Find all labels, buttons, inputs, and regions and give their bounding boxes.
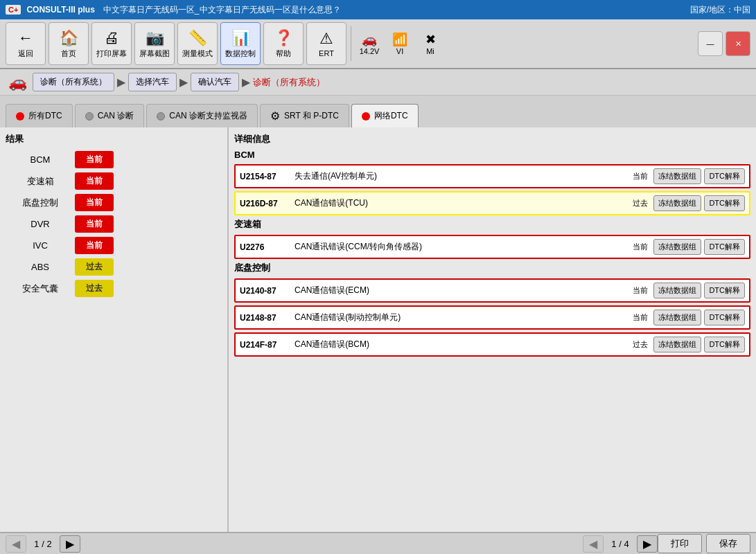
dtc-desc: CAN通信错误(ECM) — [295, 285, 627, 296]
measure-label: 测量模式 — [182, 48, 213, 59]
back-label: 返回 — [18, 48, 33, 59]
detail-section: 底盘控制 U2140-87 CAN通信错误(ECM) 当前 冻结数据组 DTC解… — [234, 262, 750, 357]
result-label: IVC — [6, 240, 75, 251]
result-label: BCM — [6, 154, 75, 165]
result-list: BCM 当前 变速箱 当前 底盘控制 当前 DVR 当前 IVC 当前 ABS … — [6, 151, 222, 297]
data-ctrl-button[interactable]: 📊 数据控制 — [220, 22, 261, 65]
dtc-explain-button[interactable]: DTC解释 — [704, 310, 745, 325]
result-label: 底盘控制 — [6, 197, 75, 209]
breadcrumb-active: 诊断（所有系统） — [253, 76, 325, 89]
right-prev-button[interactable]: ◀ — [583, 535, 604, 553]
close-icon: ✕ — [735, 39, 741, 48]
result-row: DVR 当前 — [6, 215, 222, 233]
result-label: 变速箱 — [6, 175, 75, 188]
detail-row: U2148-87 CAN通信错误(制动控制单元) 当前 冻结数据组 DTC解释 — [234, 305, 750, 330]
ert-icon: ⚠ — [319, 30, 333, 48]
freeze-data-button[interactable]: 冻结数据组 — [653, 310, 701, 325]
tab-can-monitor-dot — [157, 112, 165, 120]
tabs-row: 所有DTC CAN 诊断 CAN 诊断支持监视器 ⚙ SRT 和 P-DTC 网… — [0, 96, 756, 127]
dtc-explain-button[interactable]: DTC解释 — [704, 195, 745, 211]
right-next-button[interactable]: ▶ — [637, 535, 658, 553]
mi-status: ✖ Mi — [416, 32, 444, 55]
vi-status: 📶 VI — [386, 32, 414, 55]
detail-row: U216D-87 CAN通信错误(TCU) 过去 冻结数据组 DTC解释 — [234, 191, 750, 215]
breadcrumb-arrow2: ▶ — [179, 75, 188, 89]
screenshot-button[interactable]: 📷 屏幕截图 — [134, 22, 175, 65]
detail-row: U214F-87 CAN通信错误(BCM) 过去 冻结数据组 DTC解释 — [234, 332, 750, 357]
bottom-bar: ◀ 1 / 2 ▶ ◀ 1 / 4 ▶ 打印 保存 — [0, 532, 756, 554]
left-prev-button[interactable]: ◀ — [6, 535, 26, 553]
main-area: 结果 BCM 当前 变速箱 当前 底盘控制 当前 DVR 当前 IVC 当前 A… — [0, 127, 756, 532]
tab-can-diag[interactable]: CAN 诊断 — [75, 104, 145, 127]
battery-icon: 🚗 — [362, 32, 377, 47]
result-label: DVR — [6, 219, 75, 229]
title-bar: C+ CONSULT-III plus 中文字幕日产无线码一区_中文字幕日产无线… — [0, 0, 756, 19]
detail-row: U2154-87 失去通信(AV控制单元) 当前 冻结数据组 DTC解释 — [234, 164, 750, 188]
result-row: ABS 过去 — [6, 258, 222, 276]
left-next-button[interactable]: ▶ — [60, 535, 80, 553]
screenshot-label: 屏幕截图 — [139, 48, 170, 59]
left-panel-title: 结果 — [6, 133, 222, 145]
ert-button[interactable]: ⚠ ERT — [306, 22, 346, 65]
back-button[interactable]: ← 返回 — [6, 22, 46, 65]
breadcrumb-arrow1: ▶ — [117, 75, 125, 89]
breadcrumb-step3[interactable]: 确认汽车 — [191, 73, 239, 91]
print-screen-button[interactable]: 🖨 打印屏幕 — [91, 22, 132, 65]
dtc-code: U214F-87 — [240, 340, 292, 350]
dtc-status: 当前 — [630, 242, 651, 252]
save-button[interactable]: 保存 — [706, 534, 750, 553]
help-button[interactable]: ❓ 帮助 — [263, 22, 304, 65]
battery-status: 🚗 14.2V — [355, 32, 383, 55]
toolbar: ← 返回 🏠 首页 🖨 打印屏幕 📷 屏幕截图 📏 测量模式 📊 数据控制 ❓ … — [0, 19, 756, 69]
home-label: 首页 — [61, 48, 76, 59]
dtc-status: 当前 — [630, 312, 651, 323]
dtc-status: 过去 — [630, 339, 651, 350]
tab-srt-pdtc-label: SRT 和 P-DTC — [284, 110, 339, 122]
breadcrumb-step1[interactable]: 诊断（所有系统） — [33, 73, 114, 91]
freeze-data-button[interactable]: 冻结数据组 — [653, 168, 701, 184]
result-badge: 过去 — [75, 280, 114, 297]
freeze-data-button[interactable]: 冻结数据组 — [653, 337, 701, 352]
result-badge: 当前 — [75, 215, 114, 233]
dtc-status: 过去 — [630, 198, 651, 208]
tab-can-diag-dot — [85, 112, 94, 120]
detail-title: 详细信息 — [234, 133, 750, 145]
tab-srt-pdtc[interactable]: ⚙ SRT 和 P-DTC — [260, 104, 349, 127]
freeze-data-button[interactable]: 冻结数据组 — [653, 195, 701, 211]
dtc-code: U2148-87 — [240, 313, 292, 323]
tab-all-dtc-label: 所有DTC — [28, 110, 62, 122]
dtc-explain-button[interactable]: DTC解释 — [704, 337, 745, 352]
dtc-explain-button[interactable]: DTC解释 — [704, 283, 745, 298]
vi-icon: 📶 — [392, 32, 407, 47]
right-page-nav: ◀ 1 / 4 ▶ — [583, 535, 658, 553]
dtc-explain-button[interactable]: DTC解释 — [704, 168, 745, 184]
section-title: BCM — [234, 150, 750, 160]
vi-label: VI — [396, 47, 403, 55]
breadcrumb-arrow3: ▶ — [242, 75, 250, 89]
home-button[interactable]: 🏠 首页 — [49, 22, 89, 65]
print-button[interactable]: 打印 — [658, 534, 702, 553]
result-badge: 当前 — [75, 194, 114, 211]
dtc-code: U2276 — [240, 242, 292, 252]
freeze-data-button[interactable]: 冻结数据组 — [653, 283, 701, 298]
data-ctrl-icon: 📊 — [231, 29, 250, 47]
page-title: 中文字幕日产无线码一区_中文字幕日产无线码一区是什么意思？ — [103, 4, 690, 16]
minimize-button[interactable]: — — [698, 31, 723, 56]
tab-all-dtc[interactable]: 所有DTC — [6, 104, 73, 127]
measure-button[interactable]: 📏 测量模式 — [177, 22, 218, 65]
side-buttons: 打印 保存 — [658, 534, 750, 553]
result-label: 安全气囊 — [6, 283, 75, 295]
result-row: BCM 当前 — [6, 151, 222, 168]
tab-network-dtc[interactable]: 网络DTC — [351, 104, 419, 127]
dtc-code: U2140-87 — [240, 286, 292, 296]
tab-can-diag-label: CAN 诊断 — [98, 110, 134, 122]
close-button[interactable]: ✕ — [726, 31, 750, 56]
dtc-explain-button[interactable]: DTC解释 — [704, 239, 745, 255]
result-row: 安全气囊 过去 — [6, 280, 222, 297]
tab-can-monitor[interactable]: CAN 诊断支持监视器 — [146, 104, 258, 127]
toolbar-separator — [351, 26, 351, 61]
app-logo: C+ — [6, 5, 21, 15]
freeze-data-button[interactable]: 冻结数据组 — [653, 239, 701, 255]
breadcrumb-step2[interactable]: 选择汽车 — [128, 73, 177, 91]
detail-row: U2276 CAN通讯错误(CCM/转向角传感器) 当前 冻结数据组 DTC解释 — [234, 235, 750, 259]
